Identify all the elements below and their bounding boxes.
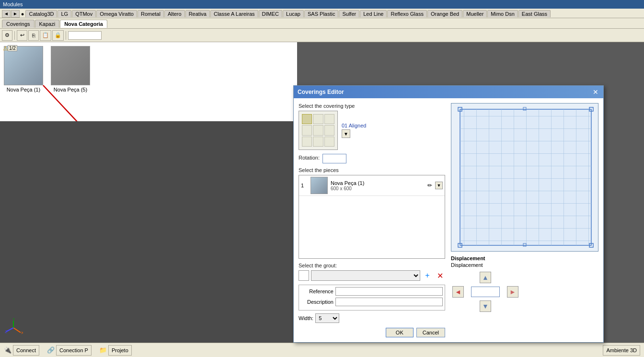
disp-right-btn[interactable]: ► <box>507 286 518 298</box>
connect-btn[interactable]: Connect <box>13 345 39 356</box>
module-tab-classe[interactable]: Classe A Lareiras <box>210 10 258 17</box>
module-tab-reativa[interactable]: Reativa <box>185 10 210 17</box>
svg-rect-10 <box>460 109 591 245</box>
piece-thumb-5[interactable] <box>51 46 90 85</box>
piece-list-row-1: 1 Nova Peça (1) 600 x 600 ✏ ▼ <box>299 175 445 196</box>
toolbar-sep-2 <box>66 31 66 40</box>
svg-rect-11 <box>458 107 462 111</box>
grout-select[interactable] <box>311 270 420 281</box>
projeto-icon: 📁 <box>99 346 107 354</box>
disp-up-btn[interactable]: ▲ <box>480 272 491 283</box>
connection-p-icon: 🔗 <box>47 346 55 354</box>
workspace-area: X Y Z <box>0 121 297 343</box>
toolbar-sep-1 <box>14 31 15 40</box>
module-tab-east[interactable]: East Glass <box>518 10 551 17</box>
displacement-title: Displacement <box>451 255 598 261</box>
dimension-input[interactable]: 600 x 600 <box>68 31 102 40</box>
cell-8 <box>324 137 334 147</box>
coverings-editor-dialog[interactable]: Coverings Editor ✕ Select the covering t… <box>293 85 604 343</box>
covering-type-name: 01 Aligned <box>342 123 366 128</box>
ambiente-btn[interactable]: Ambiente 3D <box>603 345 640 356</box>
displacement-controls: ▲ ◄ 100 ► ▼ <box>451 271 598 313</box>
grout-label: Select the grout: <box>299 263 445 268</box>
cancel-button[interactable]: Cancel <box>416 328 445 337</box>
module-tab-altero[interactable]: Altero <box>164 10 185 17</box>
piece-label-1: Nova Peça (1) <box>7 87 40 92</box>
module-tab-catalog3d[interactable]: Catalog3D <box>25 10 57 17</box>
connect-icon: 🔌 <box>4 346 12 354</box>
grout-del-btn[interactable]: ✕ <box>435 270 445 281</box>
svg-line-2 <box>13 328 21 333</box>
active-module-icon: ● <box>21 11 24 17</box>
toolbar-lock-btn[interactable]: 🔒 <box>52 30 64 41</box>
module-tab-mueller[interactable]: Mueller <box>463 10 487 17</box>
module-tab-sulfer[interactable]: Sulfer <box>339 10 359 17</box>
dialog-close-btn[interactable]: ✕ <box>592 88 599 96</box>
displacement-section: Displacement Displacement ▲ ◄ 100 ► <box>451 255 598 313</box>
svg-rect-12 <box>458 243 462 247</box>
module-tab-dimec[interactable]: DIMEC <box>259 10 282 17</box>
ok-button[interactable]: OK <box>386 328 414 337</box>
piece-row-thumb-1 <box>310 177 328 194</box>
disp-value-input[interactable]: 100 <box>471 287 500 297</box>
svg-rect-14 <box>589 243 593 247</box>
tab-kapazi[interactable]: Kapazi <box>35 20 60 28</box>
pieces-label: Select the pieces <box>299 167 445 173</box>
toolbar-paste-btn[interactable]: 📋 <box>40 30 51 41</box>
svg-rect-15 <box>523 107 526 110</box>
module-tab-lg[interactable]: LG <box>58 10 71 17</box>
cell-5 <box>324 125 334 135</box>
grout-row: + ✕ <box>299 270 445 281</box>
toolbar: ⚙ ↩ ⎘ 📋 🔒 600 x 600 <box>0 29 644 42</box>
piece-area: ⚠ 1/2 Nova Peça (1) Nova Peça (5) <box>0 42 297 121</box>
description-row: Description <box>301 298 443 306</box>
covering-type-dropdown[interactable]: ▼ <box>342 129 350 138</box>
dialog-left-col: Select the covering type <box>299 103 445 337</box>
piece-dd-btn-1[interactable]: ▼ <box>435 182 443 189</box>
toolbar-undo-btn[interactable]: ↩ <box>17 30 27 41</box>
rotation-input[interactable]: 0 <box>322 154 346 163</box>
piece-thumb-1[interactable] <box>4 46 43 85</box>
projeto-item: 📁 Projeto <box>99 345 132 356</box>
rotation-label: Rotation: <box>299 155 320 161</box>
piece-index-badge: 1/2 <box>8 45 17 51</box>
svg-text:Z: Z <box>5 330 7 334</box>
piece-item-5: Nova Peça (5) <box>51 46 90 117</box>
module-tab-sas[interactable]: SAS Plastic <box>304 10 338 17</box>
preview-grid-container <box>451 103 598 252</box>
module-tab-next[interactable]: ► <box>11 10 20 18</box>
module-tab-orange[interactable]: Orange Bed <box>427 10 462 17</box>
toolbar-settings-btn[interactable]: ⚙ <box>2 30 12 41</box>
cell-4 <box>313 125 323 135</box>
grout-add-btn[interactable]: + <box>422 270 433 281</box>
tab-coverings[interactable]: Coverings <box>2 20 34 28</box>
module-tab-mimo[interactable]: Mimo Dsn <box>487 10 518 17</box>
piece-item-1: ⚠ 1/2 Nova Peça (1) <box>4 46 43 117</box>
module-tab-ledline[interactable]: Led Line <box>360 10 387 17</box>
dialog-title-bar: Coverings Editor ✕ <box>294 86 603 98</box>
module-tab-lucap[interactable]: Lucap <box>283 10 304 17</box>
module-tab-qtmov[interactable]: QTMov <box>72 10 96 17</box>
axis-svg: X Y Z <box>4 318 23 337</box>
piece-edit-btn-1[interactable]: ✏ <box>427 182 432 189</box>
grout-color-swatch[interactable] <box>299 270 309 281</box>
cell-6 <box>302 137 312 147</box>
module-tab-reflexo[interactable]: Reflexo Glass <box>387 10 426 17</box>
module-tab-omega[interactable]: Omega Viratto <box>96 10 137 17</box>
projeto-btn[interactable]: Projeto <box>108 345 132 356</box>
piece-row-num-1: 1 <box>301 183 308 188</box>
module-tab-rometal[interactable]: Rometal <box>138 10 164 17</box>
covering-type-thumb <box>299 111 338 150</box>
module-tab-prev[interactable]: ◄ <box>2 10 11 18</box>
description-input[interactable] <box>335 298 443 306</box>
connect-item: 🔌 Connect <box>4 345 39 356</box>
reference-input[interactable] <box>335 287 443 296</box>
displacement-sub-label: Displacement <box>451 262 598 268</box>
toolbar-copy-btn[interactable]: ⎘ <box>28 30 39 41</box>
disp-left-btn[interactable]: ◄ <box>452 286 464 298</box>
covering-type-row: 01 Aligned ▼ <box>299 111 445 150</box>
width-select[interactable]: 5 3 10 <box>315 313 339 323</box>
connection-p-btn[interactable]: Conection P <box>56 345 92 356</box>
disp-down-btn[interactable]: ▼ <box>480 300 491 312</box>
tab-nova-categoria[interactable]: Nova Categoria <box>60 20 107 28</box>
